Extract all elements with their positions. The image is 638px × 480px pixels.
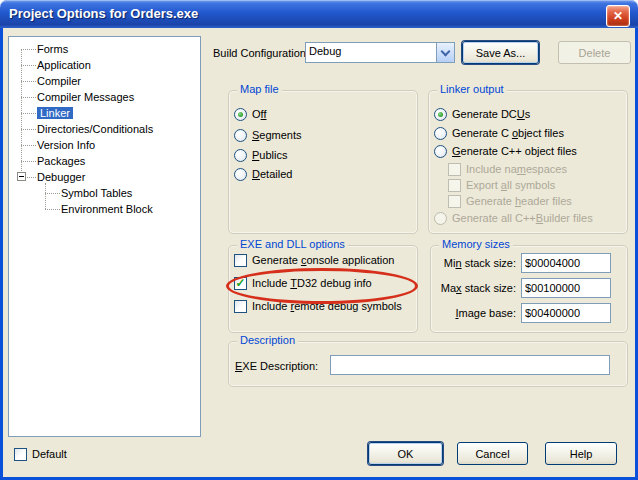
checkbox-icon xyxy=(448,195,461,208)
radio-map-off[interactable]: Off xyxy=(234,106,266,122)
delete-label: Delete xyxy=(579,47,611,59)
checkbox-include-namespaces[interactable]: Include namespaces xyxy=(448,161,567,177)
window-title: Project Options for Orders.exe xyxy=(9,6,198,21)
radio-icon xyxy=(234,129,247,142)
radio-label: Publics xyxy=(252,149,287,161)
combo-selected-value: Debug xyxy=(306,43,436,62)
checkbox-icon xyxy=(234,254,247,267)
radio-selected-icon xyxy=(434,108,447,121)
radio-icon xyxy=(434,145,447,158)
checkbox-label: Export all symbols xyxy=(466,179,555,191)
sidebar-item-debugger[interactable]: Debugger xyxy=(9,169,200,185)
exe-dll-group-title: EXE and DLL options xyxy=(237,238,348,250)
checkbox-include-td32-debug-info[interactable]: ✓ Include TD32 debug info xyxy=(234,275,372,291)
radio-icon xyxy=(434,127,447,140)
radio-label: Off xyxy=(252,108,266,120)
radio-map-segments[interactable]: Segments xyxy=(234,127,302,143)
sidebar-item-label: Debugger xyxy=(37,171,85,183)
radio-label: Generate all C++Builder files xyxy=(452,212,593,224)
checkbox-icon xyxy=(448,163,461,176)
build-configuration-label: Build Configuration xyxy=(213,47,306,59)
radio-generate-all-cppbuilder[interactable]: Generate all C++Builder files xyxy=(434,210,593,226)
sidebar-item-label: Environment Block xyxy=(61,203,153,215)
sidebar-item-label: Version Info xyxy=(37,139,95,151)
project-options-dialog: Project Options for Orders.exe ✕ Forms A… xyxy=(0,0,638,480)
cancel-button[interactable]: Cancel xyxy=(457,442,528,465)
min-stack-size-label: Min stack size: xyxy=(434,257,516,269)
checkbox-icon xyxy=(448,179,461,192)
radio-label: Generate DCUs xyxy=(452,108,530,120)
radio-generate-cpp-object[interactable]: Generate C++ object files xyxy=(434,143,577,159)
close-icon: ✕ xyxy=(613,9,623,23)
sidebar-item-label: Forms xyxy=(37,43,68,55)
image-base-input[interactable] xyxy=(521,303,611,323)
max-stack-size-input[interactable] xyxy=(521,278,611,298)
sidebar-item-linker[interactable]: Linker xyxy=(9,105,200,121)
checkbox-icon xyxy=(14,448,27,461)
radio-generate-c-object[interactable]: Generate C object files xyxy=(434,125,564,141)
build-configuration-combo[interactable]: Debug xyxy=(305,42,455,63)
checkbox-default[interactable]: Default xyxy=(14,446,67,462)
checkbox-checked-icon: ✓ xyxy=(234,277,247,290)
sidebar-item-forms[interactable]: Forms xyxy=(9,41,200,57)
memory-sizes-group-title: Memory sizes xyxy=(439,238,513,250)
radio-label: Generate C++ object files xyxy=(452,145,577,157)
checkbox-label: Include remote debug symbols xyxy=(252,300,402,312)
radio-map-detailed[interactable]: Detailed xyxy=(234,166,292,182)
sidebar-item-directories-conditionals[interactable]: Directories/Conditionals xyxy=(9,121,200,137)
sidebar-item-symbol-tables[interactable]: Symbol Tables xyxy=(9,185,200,201)
max-stack-size-label: Max stack size: xyxy=(434,282,516,294)
sidebar-item-label: Compiler xyxy=(37,75,81,87)
checkbox-include-remote-debug-symbols[interactable]: Include remote debug symbols xyxy=(234,298,402,314)
default-label: Default xyxy=(32,448,67,460)
checkbox-label: Generate header files xyxy=(466,195,572,207)
delete-button[interactable]: Delete xyxy=(558,41,631,64)
radio-icon xyxy=(234,149,247,162)
collapse-minus-icon[interactable] xyxy=(17,172,26,181)
radio-icon xyxy=(434,212,447,225)
ok-label: OK xyxy=(398,448,414,460)
radio-label: Segments xyxy=(252,129,302,141)
sidebar-item-packages[interactable]: Packages xyxy=(9,153,200,169)
description-group-title: Description xyxy=(237,334,298,346)
chevron-down-icon xyxy=(441,46,451,56)
sidebar-item-environment-block[interactable]: Environment Block xyxy=(9,201,200,217)
save-as-label: Save As... xyxy=(476,47,526,59)
combo-dropdown-button[interactable] xyxy=(436,43,454,62)
radio-label: Detailed xyxy=(252,168,292,180)
close-button[interactable]: ✕ xyxy=(606,5,630,27)
exe-description-label: EXE Description: xyxy=(235,360,318,372)
save-as-button[interactable]: Save As... xyxy=(462,41,539,64)
checkbox-generate-console-application[interactable]: Generate console application xyxy=(234,252,395,268)
exe-description-input[interactable] xyxy=(330,355,610,375)
linker-output-group-title: Linker output xyxy=(437,83,507,95)
radio-icon xyxy=(234,168,247,181)
title-bar[interactable]: Project Options for Orders.exe ✕ xyxy=(0,0,638,28)
checkbox-label: Include TD32 debug info xyxy=(252,277,372,289)
checkbox-generate-header-files[interactable]: Generate header files xyxy=(448,193,572,209)
min-stack-size-input[interactable] xyxy=(521,253,611,273)
sidebar-item-compiler-messages[interactable]: Compiler Messages xyxy=(9,89,200,105)
radio-selected-icon xyxy=(234,108,247,121)
radio-generate-dcus[interactable]: Generate DCUs xyxy=(434,106,530,122)
radio-label: Generate C object files xyxy=(452,127,564,139)
category-tree: Forms Application Compiler Compiler Mess… xyxy=(8,36,201,437)
sidebar-item-application[interactable]: Application xyxy=(9,57,200,73)
sidebar-item-label: Directories/Conditionals xyxy=(37,123,153,135)
radio-map-publics[interactable]: Publics xyxy=(234,147,287,163)
sidebar-item-label: Packages xyxy=(37,155,85,167)
checkbox-export-all-symbols[interactable]: Export all symbols xyxy=(448,177,555,193)
sidebar-item-label: Compiler Messages xyxy=(37,91,134,103)
sidebar-item-label: Linker xyxy=(37,107,73,119)
sidebar-item-label: Symbol Tables xyxy=(61,187,132,199)
sidebar-item-compiler[interactable]: Compiler xyxy=(9,73,200,89)
ok-button[interactable]: OK xyxy=(368,442,443,465)
check-icon: ✓ xyxy=(235,277,245,289)
map-file-group-title: Map file xyxy=(237,83,282,95)
sidebar-item-version-info[interactable]: Version Info xyxy=(9,137,200,153)
sidebar-item-label: Application xyxy=(37,59,91,71)
help-button[interactable]: Help xyxy=(545,442,617,465)
checkbox-label: Include namespaces xyxy=(466,163,567,175)
checkbox-label: Generate console application xyxy=(252,254,395,266)
image-base-label: Image base: xyxy=(434,307,516,319)
